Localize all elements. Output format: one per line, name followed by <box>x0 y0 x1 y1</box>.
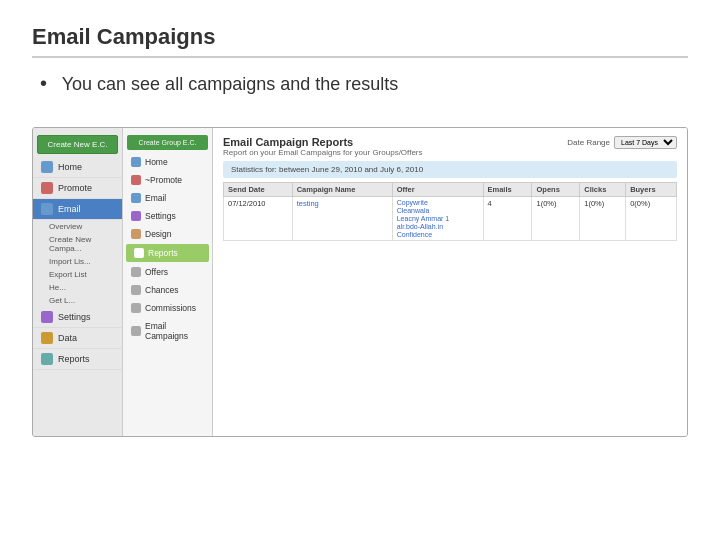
sec-email[interactable]: Email <box>123 189 212 207</box>
th-emails: Emails <box>483 183 532 197</box>
nav-create-campaign[interactable]: Create New Campa... <box>33 233 122 255</box>
nav-data-label: Data <box>58 333 77 343</box>
main-title: Email Campaign Reports <box>223 136 423 148</box>
nav-email-label: Email <box>58 204 81 214</box>
th-offer: Offer <box>392 183 483 197</box>
sec-settings[interactable]: Settings <box>123 207 212 225</box>
sec-email-campaigns[interactable]: Email Campaigns <box>123 317 212 345</box>
sec-promote[interactable]: ~Promote <box>123 171 212 189</box>
sec-promote-icon <box>131 175 141 185</box>
main-header-left: Email Campaign Reports Report on your Em… <box>223 136 423 157</box>
cell-campaign-name: testing <box>292 197 392 241</box>
nav-data[interactable]: Data <box>33 328 122 349</box>
th-opens: Opens <box>532 183 580 197</box>
data-icon <box>41 332 53 344</box>
slide-container: Email Campaigns • You can see all campai… <box>0 0 720 540</box>
sec-offers[interactable]: Offers <box>123 263 212 281</box>
sec-home[interactable]: Home <box>123 153 212 171</box>
sec-email-label: Email <box>145 193 166 203</box>
nav-get[interactable]: Get L... <box>33 294 122 307</box>
nav-email[interactable]: Email <box>33 199 122 220</box>
nav-help[interactable]: He... <box>33 281 122 294</box>
main-header: Email Campaign Reports Report on your Em… <box>223 136 677 157</box>
date-range: Date Range Last 7 Days <box>567 136 677 149</box>
reports-icon <box>41 353 53 365</box>
nav-reports-label: Reports <box>58 354 90 364</box>
promote-icon <box>41 182 53 194</box>
sec-settings-label: Settings <box>145 211 176 221</box>
nav-settings-label: Settings <box>58 312 91 322</box>
nav-import-list[interactable]: Import Lis... <box>33 255 122 268</box>
nav-secondary: Create Group E.C. Home ~Promote Email Se… <box>123 128 213 436</box>
offer-3: Leacny Ammar 1 <box>397 215 479 222</box>
main-subtitle: Report on your Email Campaigns for your … <box>223 148 423 157</box>
bullet-text: You can see all campaigns and the result… <box>62 74 399 94</box>
th-send-date: Send Date <box>224 183 293 197</box>
table-header-row: Send Date Campaign Name Offer Emails Ope… <box>224 183 677 197</box>
th-clicks: Clicks <box>580 183 626 197</box>
create-new-ec-button[interactable]: Create New E.C. <box>37 135 118 154</box>
sec-promote-label: ~Promote <box>145 175 182 185</box>
date-range-label: Date Range <box>567 138 610 147</box>
main-content: Email Campaign Reports Report on your Em… <box>213 128 687 436</box>
nav-export-list[interactable]: Export List <box>33 268 122 281</box>
cell-emails: 4 <box>483 197 532 241</box>
email-icon <box>41 203 53 215</box>
content-area: Create New E.C. Home Promote Email Overv… <box>32 117 688 524</box>
create-group-button[interactable]: Create Group E.C. <box>127 135 208 150</box>
sec-chances-icon <box>131 285 141 295</box>
sec-home-label: Home <box>145 157 168 167</box>
data-table: Send Date Campaign Name Offer Emails Ope… <box>223 182 677 241</box>
table-row: 07/12/2010 testing Copywrite Cleanwala L… <box>224 197 677 241</box>
app-mockup: Create New E.C. Home Promote Email Overv… <box>32 127 688 437</box>
offer-5: Confidence <box>397 231 479 238</box>
sec-design-label: Design <box>145 229 171 239</box>
nav-reports[interactable]: Reports <box>33 349 122 370</box>
sec-commissions[interactable]: Commissions <box>123 299 212 317</box>
nav-promote[interactable]: Promote <box>33 178 122 199</box>
offer-1: Copywrite <box>397 199 479 206</box>
nav-home-label: Home <box>58 162 82 172</box>
sec-chances-label: Chances <box>145 285 179 295</box>
cell-send-date: 07/12/2010 <box>224 197 293 241</box>
th-campaign-name: Campaign Name <box>292 183 392 197</box>
offer-list: Copywrite Cleanwala Leacny Ammar 1 alr.b… <box>397 199 479 238</box>
sec-reports-label: Reports <box>148 248 178 258</box>
sec-commissions-label: Commissions <box>145 303 196 313</box>
sec-design-icon <box>131 229 141 239</box>
cell-opens: 1(0%) <box>532 197 580 241</box>
slide-title: Email Campaigns <box>32 24 688 58</box>
nav-overview[interactable]: Overview <box>33 220 122 233</box>
nav-primary: Create New E.C. Home Promote Email Overv… <box>33 128 123 436</box>
slide-subtitle: • You can see all campaigns and the resu… <box>40 72 688 95</box>
nav-home[interactable]: Home <box>33 157 122 178</box>
stats-bar: Statistics for: between June 29, 2010 an… <box>223 161 677 178</box>
home-icon <box>41 161 53 173</box>
offer-4: alr.bdo-Allah.in <box>397 223 479 230</box>
th-buyers: Buyers <box>626 183 677 197</box>
settings-icon <box>41 311 53 323</box>
sec-settings-icon <box>131 211 141 221</box>
cell-clicks: 1(0%) <box>580 197 626 241</box>
sec-design[interactable]: Design <box>123 225 212 243</box>
offer-2: Cleanwala <box>397 207 479 214</box>
sec-emailcamp-icon <box>131 326 141 336</box>
nav-settings[interactable]: Settings <box>33 307 122 328</box>
campaign-link[interactable]: testing <box>297 199 319 208</box>
sec-reports[interactable]: Reports <box>126 244 209 262</box>
sec-home-icon <box>131 157 141 167</box>
sec-email-icon <box>131 193 141 203</box>
sec-chances[interactable]: Chances <box>123 281 212 299</box>
date-range-select[interactable]: Last 7 Days <box>614 136 677 149</box>
sec-emailcamp-label: Email Campaigns <box>145 321 204 341</box>
nav-promote-label: Promote <box>58 183 92 193</box>
sec-reports-icon <box>134 248 144 258</box>
sec-offers-icon <box>131 267 141 277</box>
cell-buyers: 0(0%) <box>626 197 677 241</box>
bullet-dot: • <box>40 72 47 94</box>
cell-offer: Copywrite Cleanwala Leacny Ammar 1 alr.b… <box>392 197 483 241</box>
sec-offers-label: Offers <box>145 267 168 277</box>
sec-commissions-icon <box>131 303 141 313</box>
